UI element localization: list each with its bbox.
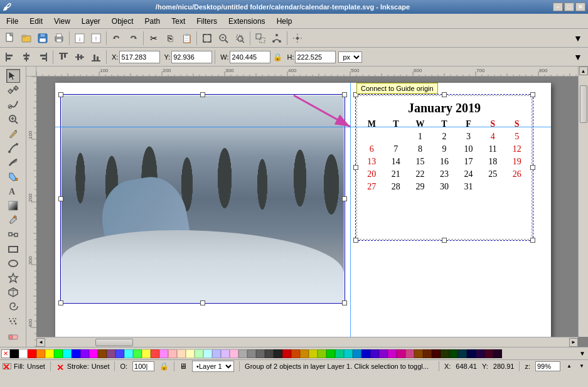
color-swatch-46[interactable] [414,349,423,358]
transform-button[interactable] [253,31,268,46]
color-swatch-7[interactable] [72,349,80,358]
spray-tool[interactable] [6,314,20,328]
color-swatch-32[interactable] [291,349,300,358]
menu-text[interactable]: Text [166,15,190,28]
opacity-input[interactable] [132,361,154,371]
scroll-up-button[interactable]: ▲ [579,66,588,75]
no-color-swatch[interactable]: ✕ [1,349,10,358]
unit-select[interactable]: px mm cm in pt [338,51,362,63]
paste-button[interactable]: 📋 [179,31,194,46]
minimize-button[interactable]: − [553,3,563,11]
color-swatch-41[interactable] [370,349,379,358]
color-swatch-45[interactable] [405,349,414,358]
undo-button[interactable] [109,31,124,46]
color-swatch-52[interactable] [467,349,476,358]
color-swatch-36[interactable] [326,349,335,358]
snap-toggle[interactable] [290,31,305,46]
menu-path[interactable]: Path [140,15,166,28]
color-swatch-50[interactable] [449,349,458,358]
zoom-drawing-button[interactable] [216,31,231,46]
redo-button[interactable] [126,31,141,46]
select-tool[interactable] [6,69,20,83]
color-swatch-40[interactable] [361,349,370,358]
pen-tool[interactable] [6,141,20,155]
color-swatch-8[interactable] [80,349,89,358]
color-swatch-24[interactable] [221,349,230,358]
canvas-area[interactable]: ▲ ◄ ► [26,66,588,347]
star-tool[interactable] [6,271,20,285]
layer-select[interactable]: •Layer 1 [192,361,234,372]
color-swatch-28[interactable] [256,349,265,358]
scrollbar-right[interactable]: ▲ [578,66,588,337]
gradient-tool[interactable] [6,199,20,213]
close-button[interactable]: ✕ [575,3,585,11]
menu-extensions[interactable]: Extensions [223,15,270,28]
scroll-right-button[interactable]: ► [569,338,578,347]
color-swatch-43[interactable] [388,349,397,358]
color-swatch-55[interactable] [493,349,502,358]
tweak-tool[interactable] [6,98,20,112]
color-swatch-31[interactable] [282,349,291,358]
color-swatch-16[interactable] [151,349,159,358]
color-swatch-47[interactable] [423,349,432,358]
menu-file[interactable]: File [1,15,23,28]
open-button[interactable] [19,31,34,46]
menu-layer[interactable]: Layer [77,15,105,28]
color-swatch-17[interactable] [159,349,168,358]
color-swatch-26[interactable] [238,349,247,358]
lock-ratio-button[interactable]: 🔒 [272,50,283,65]
menu-view[interactable]: View [49,15,75,28]
color-swatch-35[interactable] [318,349,326,358]
eyedropper-tool[interactable] [6,213,20,227]
menu-object[interactable]: Object [107,15,139,28]
color-swatch-1[interactable] [19,349,28,358]
scroll-left-button[interactable]: ◄ [36,338,45,347]
y-input[interactable] [171,51,212,63]
color-swatch-2[interactable] [28,349,36,358]
color-swatch-10[interactable] [98,349,107,358]
rect-tool[interactable] [6,242,20,256]
color-swatch-13[interactable] [124,349,133,358]
color-swatch-20[interactable] [186,349,195,358]
w-input[interactable] [230,51,270,63]
text-tool[interactable]: A [6,184,20,198]
align-center-button[interactable] [19,50,34,65]
color-swatch-27[interactable] [247,349,256,358]
color-swatch-39[interactable] [353,349,361,358]
3dbox-tool[interactable] [6,285,20,299]
color-swatch-25[interactable] [230,349,238,358]
maximize-button[interactable]: □ [564,3,574,11]
color-swatch-4[interactable] [45,349,54,358]
color-swatch-5[interactable] [54,349,63,358]
color-swatch-38[interactable] [344,349,353,358]
x-input[interactable] [119,51,160,63]
zoom-spinner-up[interactable]: ▲ [565,364,573,369]
spiral-tool[interactable] [6,300,20,314]
print-button[interactable] [51,31,67,46]
color-swatch-12[interactable] [115,349,124,358]
color-swatch-18[interactable] [168,349,177,358]
menu-filters[interactable]: Filters [191,15,222,28]
color-swatch-30[interactable] [274,349,282,358]
toolbar2-more[interactable]: ▼ [570,50,585,65]
scroll-thumb-vertical[interactable] [580,85,587,123]
align-top-button[interactable] [56,50,71,65]
color-swatch-14[interactable] [133,349,142,358]
zoom-selection-button[interactable] [232,31,247,46]
color-palette-more[interactable]: ▼ [578,349,587,358]
zoom-input[interactable] [535,361,560,371]
copy-button[interactable]: ⎘ [163,31,178,46]
export-button[interactable]: ↑ [88,31,104,46]
color-swatch-23[interactable] [212,349,221,358]
nodes-button[interactable] [269,31,284,46]
color-swatch-21[interactable] [195,349,203,358]
color-swatch-44[interactable] [397,349,405,358]
color-swatch-48[interactable] [432,349,441,358]
calligraphy-tool[interactable] [6,156,20,169]
more-tools-button[interactable]: ▼ [570,31,585,46]
connector-tool[interactable] [6,228,20,241]
zoom-tool[interactable] [6,112,20,126]
menu-help[interactable]: Help [272,15,297,28]
color-swatch-53[interactable] [476,349,484,358]
color-swatch-9[interactable] [89,349,98,358]
